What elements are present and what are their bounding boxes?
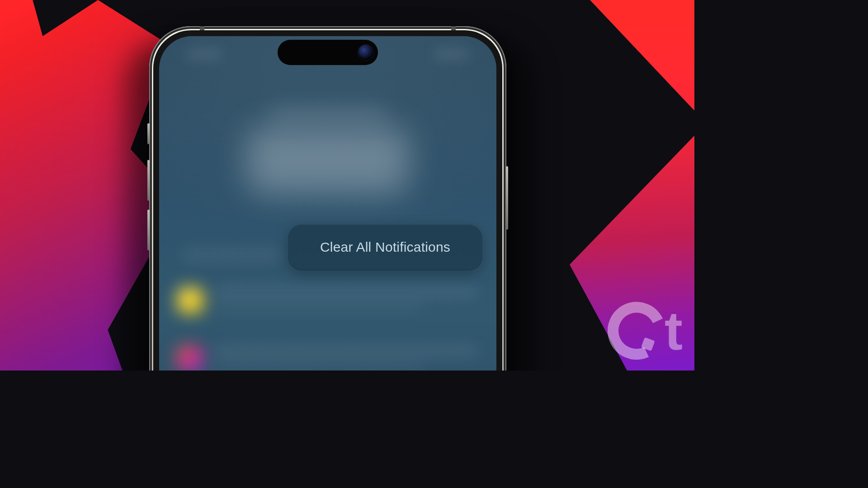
notification-app-icon-blur	[177, 346, 203, 371]
notification-row-blur	[177, 285, 478, 321]
notification-row-blur	[177, 343, 478, 371]
dynamic-island	[278, 40, 378, 65]
antenna-seam	[451, 26, 456, 30]
notification-app-icon-blur	[177, 287, 203, 314]
notification-subtitle-blur	[213, 303, 424, 312]
clear-all-notifications-button[interactable]: Clear All Notifications	[288, 224, 482, 270]
date-blur	[269, 106, 387, 121]
gt-watermark: t	[608, 302, 681, 360]
lockscreen: Clear All Notifications	[159, 36, 496, 371]
side-button	[506, 166, 508, 230]
volume-up-button	[147, 160, 150, 201]
mute-switch	[147, 123, 150, 144]
notification-title-blur	[213, 346, 478, 356]
watermark-g-icon	[599, 294, 674, 368]
front-camera-icon	[358, 45, 373, 60]
status-left-blur	[186, 49, 222, 60]
notification-center-label-blur	[182, 249, 281, 261]
status-right-blur	[433, 49, 469, 60]
clear-all-notifications-label: Clear All Notifications	[320, 239, 450, 255]
notification-subtitle-blur	[213, 361, 424, 371]
clock-blur	[246, 127, 409, 194]
volume-down-button	[147, 210, 150, 250]
watermark-t: t	[665, 309, 681, 352]
antenna-seam	[200, 26, 204, 30]
notification-title-blur	[213, 287, 478, 297]
iphone-frame: Clear All Notifications	[149, 26, 506, 371]
